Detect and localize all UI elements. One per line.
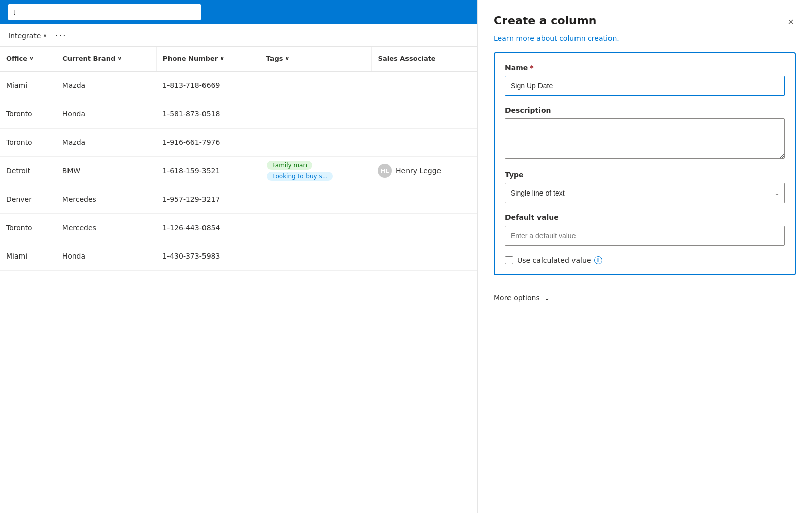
table-row: Miami Mazda 1-813-718-6669	[0, 71, 477, 100]
cell-phone: 1-957-129-3217	[156, 185, 260, 213]
required-star: *	[530, 63, 533, 72]
cell-sales: HL Henry Legge	[371, 156, 477, 185]
learn-more-link[interactable]: Learn more about column creation.	[494, 34, 796, 42]
cell-office: Detroit	[0, 156, 56, 185]
column-form-box: Name* Description Type Single line of te…	[494, 52, 796, 275]
avatar: HL	[378, 164, 392, 178]
cell-office: Toronto	[0, 213, 56, 242]
chevron-down-icon: ∨	[43, 32, 47, 39]
cell-sales	[371, 71, 477, 100]
cell-office: Miami	[0, 71, 56, 100]
name-field-section: Name*	[505, 63, 785, 96]
sort-icon-tags: ∨	[285, 55, 290, 62]
cell-tags	[260, 242, 371, 270]
cell-brand: Honda	[56, 100, 157, 128]
table-area: Integrate ∨ ··· Office ∨ Current Brand	[0, 0, 477, 513]
cell-phone: 1-126-443-0854	[156, 213, 260, 242]
tag-family-man: Family man	[267, 161, 312, 170]
col-header-sales[interactable]: Sales Associate	[371, 47, 477, 71]
default-value-section: Default value	[505, 213, 785, 246]
table-row: Denver Mercedes 1-957-129-3217	[0, 185, 477, 213]
table-row: Miami Honda 1-430-373-5983	[0, 242, 477, 270]
cell-sales	[371, 100, 477, 128]
cell-phone: 1-813-718-6669	[156, 71, 260, 100]
more-toolbar-button[interactable]: ···	[55, 30, 67, 41]
cell-tags	[260, 128, 371, 156]
cell-sales	[371, 242, 477, 270]
cell-office: Miami	[0, 242, 56, 270]
panel-title: Create a column	[494, 14, 596, 27]
type-field-section: Type Single line of text Number Date Per…	[505, 171, 785, 203]
cell-sales	[371, 213, 477, 242]
toolbar: Integrate ∨ ···	[0, 24, 477, 47]
cell-sales	[371, 128, 477, 156]
integrate-button[interactable]: Integrate ∨	[8, 31, 47, 40]
data-table: Office ∨ Current Brand ∨ Phone Number	[0, 47, 477, 271]
top-bar-search[interactable]	[8, 4, 201, 20]
table-header-row: Office ∨ Current Brand ∨ Phone Number	[0, 47, 477, 71]
table-row: Toronto Mercedes 1-126-443-0854	[0, 213, 477, 242]
cell-brand: Mercedes	[56, 185, 157, 213]
description-field-section: Description	[505, 106, 785, 161]
description-input[interactable]	[505, 118, 785, 159]
default-value-input[interactable]	[505, 226, 785, 246]
integrate-label: Integrate	[8, 31, 41, 40]
cell-phone: 1-430-373-5983	[156, 242, 260, 270]
col-header-office[interactable]: Office ∨	[0, 47, 56, 71]
cell-sales	[371, 185, 477, 213]
type-select-wrapper: Single line of text Number Date Person Y…	[505, 183, 785, 203]
table-row: Toronto Honda 1-581-873-0518	[0, 100, 477, 128]
top-bar	[0, 0, 477, 24]
col-header-tags[interactable]: Tags ∨	[260, 47, 371, 71]
default-value-label: Default value	[505, 213, 785, 221]
col-header-phone[interactable]: Phone Number ∨	[156, 47, 260, 71]
more-options-button[interactable]: More options ⌄	[494, 294, 796, 302]
cell-office: Denver	[0, 185, 56, 213]
cell-phone: 1-618-159-3521	[156, 156, 260, 185]
cell-office: Toronto	[0, 128, 56, 156]
data-table-wrapper: Office ∨ Current Brand ∨ Phone Number	[0, 47, 477, 513]
cell-tags	[260, 100, 371, 128]
close-panel-button[interactable]: ×	[786, 14, 796, 30]
col-header-brand[interactable]: Current Brand ∨	[56, 47, 157, 71]
description-label: Description	[505, 106, 785, 114]
sort-icon-phone: ∨	[220, 55, 224, 62]
table-row: Detroit BMW 1-618-159-3521 Family man Lo…	[0, 156, 477, 185]
cell-brand: Honda	[56, 242, 157, 270]
cell-office: Toronto	[0, 100, 56, 128]
cell-tags	[260, 71, 371, 100]
name-label: Name*	[505, 63, 785, 72]
cell-brand: Mazda	[56, 71, 157, 100]
calculated-value-row: Use calculated value i	[505, 256, 785, 264]
cell-brand: BMW	[56, 156, 157, 185]
sort-icon-brand: ∨	[117, 55, 122, 62]
cell-tags: Family man Looking to buy s...	[260, 156, 371, 185]
info-icon[interactable]: i	[594, 256, 602, 264]
calculated-value-label: Use calculated value i	[517, 256, 602, 264]
type-select[interactable]: Single line of text Number Date Person Y…	[505, 183, 785, 203]
table-row: Toronto Mazda 1-916-661-7976	[0, 128, 477, 156]
name-input[interactable]	[505, 76, 785, 96]
cell-phone: 1-916-661-7976	[156, 128, 260, 156]
more-options-chevron-icon: ⌄	[544, 294, 550, 302]
cell-brand: Mazda	[56, 128, 157, 156]
sales-name: Henry Legge	[396, 167, 441, 175]
cell-brand: Mercedes	[56, 213, 157, 242]
sort-icon-office: ∨	[29, 55, 34, 62]
calculated-value-checkbox[interactable]	[505, 256, 513, 264]
panel-header: Create a column ×	[494, 14, 796, 30]
cell-tags	[260, 185, 371, 213]
create-column-panel: Create a column × Learn more about colum…	[477, 0, 812, 513]
tag-looking: Looking to buy s...	[267, 172, 333, 181]
more-options-label: More options	[494, 294, 540, 302]
type-label: Type	[505, 171, 785, 179]
cell-tags	[260, 213, 371, 242]
cell-phone: 1-581-873-0518	[156, 100, 260, 128]
